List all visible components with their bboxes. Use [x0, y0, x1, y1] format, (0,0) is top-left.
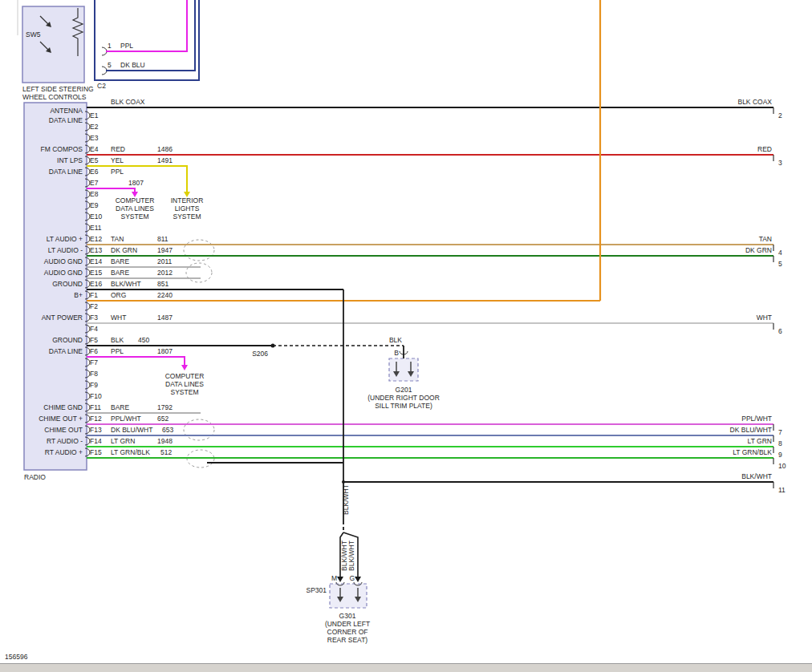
pin-label-F12: F12 — [90, 415, 102, 423]
pin-label-F8: F8 — [90, 370, 98, 378]
wire-right-label-ltgrn: LT GRN — [748, 437, 772, 445]
sp301-label: SP301 — [306, 586, 327, 594]
pin-label-E11: E11 — [90, 224, 102, 232]
terminal-number-9: 9 — [778, 451, 782, 459]
wire-circuit-label-fm_compos: 1486 — [157, 145, 173, 153]
wire-right-label-pplwht: PPL/WHT — [741, 415, 772, 423]
terminal-number-5: 5 — [778, 260, 782, 268]
g301-location-line2: CORNER OF — [327, 628, 368, 636]
g301-name: G301 — [339, 612, 356, 620]
steering-caption-line1: LEFT SIDE STEERING — [22, 85, 94, 93]
terminal-number-8: 8 — [778, 439, 782, 447]
pin-label-E2: E2 — [90, 123, 99, 131]
pin-label-E4: E4 — [90, 145, 99, 153]
pin-label-F6: F6 — [90, 347, 98, 355]
wire-color-label-wht: WHT — [111, 314, 126, 322]
connector-label: C2 — [97, 82, 106, 90]
steering-caption-line2: WHEEL CONTROLS — [22, 93, 87, 101]
pin-label-E8: E8 — [90, 190, 99, 198]
function-label: AUDIO GND — [44, 269, 83, 277]
pin-label-E10: E10 — [90, 213, 102, 221]
wire-circuit-label-wht: 1487 — [157, 314, 173, 322]
wire-color-label-antenna: BLK COAX — [111, 98, 145, 106]
function-label: AUDIO GND — [44, 257, 83, 265]
dest-interior-lights-1: INTERIOR — [171, 196, 204, 204]
wire-circuit-label-pplwht: 652 — [157, 415, 168, 423]
g201-pin-label: B — [394, 349, 399, 357]
radio-label: RADIO — [24, 473, 46, 481]
pin-label-E6: E6 — [90, 168, 99, 176]
wire-circuit-label-data_f6: 1807 — [157, 347, 173, 355]
figure-number: 156596 — [5, 653, 28, 661]
pin-label-F7: F7 — [90, 358, 98, 366]
pin-label-F2: F2 — [90, 302, 98, 310]
pin-label-E14: E14 — [90, 257, 102, 265]
function-label: GROUND — [52, 336, 83, 344]
pin-label-E5: E5 — [90, 156, 99, 164]
pin-label-E13: E13 — [90, 246, 102, 254]
function-label: INT LPS — [57, 156, 83, 164]
wire-circuit-label-dkbluwht: 653 — [162, 426, 173, 434]
pin-label-E1: E1 — [90, 111, 99, 119]
function-label: CHIME OUT — [44, 426, 83, 434]
g301-branch-m-label: M — [331, 574, 337, 582]
terminal-number-10: 10 — [778, 462, 786, 470]
wire-color-label-blk450: BLK — [111, 336, 124, 344]
dest-computer-data-lines-3: SYSTEM — [121, 213, 149, 221]
pin-label-E16: E16 — [90, 280, 102, 288]
vertical-wire-label: BLK/WHT — [347, 540, 355, 571]
steering-pin-number: 5 — [108, 61, 112, 69]
wire-right-label-dkgrn: DK GRN — [745, 246, 772, 254]
wire-circuit-label-ltgrnblk: 512 — [160, 448, 172, 456]
pin-label-E7: E7 — [90, 179, 99, 187]
g301-location-line1: (UNDER LEFT — [325, 620, 370, 628]
wire-circuit-label-bare3: 1792 — [157, 403, 173, 411]
function-label: LT AUDIO - — [48, 246, 83, 254]
function-label: RT AUDIO - — [47, 437, 83, 445]
function-label: B+ — [74, 291, 83, 299]
pin-label-E15: E15 — [90, 269, 102, 277]
dest-computer-data-lines-b2: DATA LINES — [165, 380, 204, 388]
g201-location-line2: SILL TRIM PLATE) — [375, 402, 432, 410]
function-label: ANT POWER — [42, 314, 83, 322]
wire-color-label-bare1: BARE — [111, 257, 129, 265]
wire-circuit-label-data_e7: 1807 — [128, 179, 144, 187]
wire-circuit-label-org: 2240 — [157, 291, 173, 299]
g301-location-line3: REAR SEAT) — [327, 636, 368, 644]
wire-color-label-org: ORG — [111, 291, 126, 299]
pin-label-F14: F14 — [90, 437, 102, 445]
wire-color-label-int_lps: YEL — [111, 156, 124, 164]
dest-computer-data-lines-2: DATA LINES — [116, 204, 154, 213]
wire-color-label-data_e7: PPL — [111, 168, 124, 176]
function-label: DATA LINE — [49, 347, 83, 355]
wire-circuit-label-tan: 811 — [157, 235, 168, 243]
terminal-number-7: 7 — [778, 428, 782, 436]
function-label: RT AUDIO + — [45, 448, 83, 456]
wire-color-label-data_f6: PPL — [111, 347, 124, 355]
pin-label-F15: F15 — [90, 448, 102, 456]
function-label: DATA LINE — [49, 116, 83, 124]
terminal-number-11: 11 — [778, 486, 786, 494]
dest-computer-data-lines-1: COMPUTER — [116, 196, 155, 204]
pin-label-F5: F5 — [90, 336, 98, 344]
pin-label-E3: E3 — [90, 134, 99, 142]
wire-color-label-ltgrn: LT GRN — [111, 437, 135, 445]
pin-label-F1: F1 — [90, 291, 98, 299]
steering-pin-color: PPL — [120, 42, 133, 50]
function-label: GROUND — [52, 280, 83, 288]
pin-label-F11: F11 — [90, 403, 101, 411]
dest-interior-lights-3: SYSTEM — [173, 213, 201, 221]
terminal-number-6: 6 — [778, 327, 782, 335]
terminal-number-2: 2 — [778, 111, 782, 119]
pin-label-F3: F3 — [90, 314, 98, 322]
wire-circuit-label-bare1: 2011 — [157, 257, 173, 265]
wire-color-label-pplwht: PPL/WHT — [111, 415, 141, 423]
g201-name: G201 — [396, 386, 412, 394]
wire-circuit-label-int_lps: 1491 — [157, 156, 173, 164]
wire-circuit-label-ltgrn: 1948 — [157, 437, 173, 445]
dest-interior-lights-2: LIGHTS — [175, 204, 200, 213]
wiring-diagram: SW5 1 PPL 5 DK BLU C2 LEFT SIDE STEERING… — [0, 0, 812, 672]
terminal-number-3: 3 — [778, 159, 782, 167]
g301-ground-box — [330, 584, 367, 608]
wire-color-label-tan: TAN — [111, 235, 124, 243]
